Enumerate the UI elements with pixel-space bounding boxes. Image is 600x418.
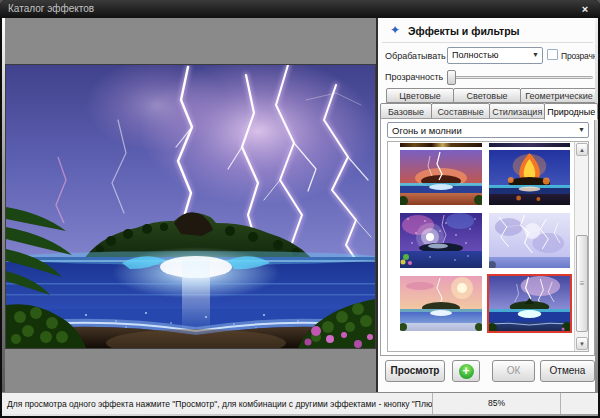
effects-groupbox: Огонь и молнии ▼: [380, 118, 595, 356]
effect-thumbnail-white-lightning-storm[interactable]: [489, 213, 570, 268]
tab-row-1: Цветовые Световые Геометрические: [386, 88, 597, 103]
plus-icon: +: [459, 364, 474, 379]
transparency-checkbox[interactable]: [547, 49, 558, 60]
partial-thumbnail[interactable]: [400, 143, 482, 147]
status-spacer: [561, 393, 598, 414]
category-dropdown[interactable]: Огонь и молнии ▼: [387, 122, 589, 138]
transparency-slider-thumb[interactable]: [447, 70, 456, 85]
cancel-button[interactable]: Отмена: [540, 360, 595, 382]
partial-thumbnail[interactable]: [489, 143, 570, 147]
preview-image: [6, 65, 375, 348]
cosmic-moon-island-art: [400, 213, 482, 268]
effects-thumbnail-list: ▲ ≡ ▼: [387, 141, 589, 352]
window-title: Каталог эффектов: [8, 3, 94, 14]
transparency-slider-label: Прозрачность: [385, 72, 443, 82]
tab-nature[interactable]: Природные: [544, 103, 598, 120]
chevron-down-icon: ▼: [578, 126, 585, 133]
header-separator: [382, 42, 593, 43]
effect-thumbnail-sunset-lightning-island[interactable]: [400, 276, 482, 331]
process-label: Обрабатывать: [385, 51, 446, 61]
preview-button[interactable]: Просмотр: [385, 360, 445, 382]
effect-thumbnail-cosmic-moon-island[interactable]: [400, 213, 482, 268]
effect-thumbnail-blue-lightning-island-selected[interactable]: [489, 276, 570, 331]
effect-thumbnail-burning-island[interactable]: [489, 150, 570, 205]
sparkle-icon: ✦: [390, 23, 400, 37]
zoom-level: 85%: [433, 393, 561, 414]
white-lightning-storm-art: [489, 213, 570, 268]
preview-canvas: [2, 18, 376, 392]
tab-light[interactable]: Световые: [453, 88, 521, 103]
tab-color[interactable]: Цветовые: [386, 88, 454, 103]
effect-thumbnail-red-lightning-island[interactable]: [400, 150, 482, 205]
bottom-bevel: [2, 414, 598, 416]
burning-island-art: [489, 150, 570, 205]
process-dropdown-value: Полностью: [452, 50, 499, 60]
scroll-up-icon[interactable]: ▲: [576, 143, 588, 156]
status-message-section: Для просмотра одного эффекта нажмите "Пр…: [2, 393, 433, 414]
close-icon[interactable]: ×: [578, 2, 592, 16]
effects-panel: ✦ Эффекты и фильтры Обрабатывать Полност…: [376, 18, 595, 392]
scrollbar-thumb[interactable]: ≡: [576, 235, 588, 332]
category-dropdown-value: Огонь и молнии: [392, 125, 462, 136]
status-bar: Для просмотра одного эффекта нажмите "Пр…: [2, 392, 598, 414]
sunset-lightning-island-art: [400, 276, 482, 331]
scroll-down-icon[interactable]: ▼: [576, 337, 588, 350]
red-lightning-island-art: [400, 150, 482, 205]
status-message: Для просмотра одного эффекта нажмите "Пр…: [7, 399, 433, 409]
tab-geometric[interactable]: Геометрические: [520, 88, 598, 103]
process-dropdown[interactable]: Полностью ▼: [447, 47, 543, 64]
panel-title: Эффекты и фильтры: [408, 25, 520, 37]
chevron-down-icon: ▼: [532, 51, 539, 58]
lightning-island-artwork: [6, 65, 375, 348]
right-bevel: [595, 18, 598, 414]
effects-catalog-dialog: Каталог эффектов ×: [0, 0, 600, 418]
list-scrollbar[interactable]: ▲ ≡ ▼: [574, 142, 588, 351]
left-bevel: [2, 18, 5, 392]
title-bar[interactable]: Каталог эффектов ×: [0, 0, 600, 18]
ok-button[interactable]: ОК: [492, 360, 535, 382]
add-effect-button[interactable]: +: [452, 360, 480, 382]
transparency-slider-track[interactable]: [447, 76, 593, 79]
blue-lightning-island-art: [489, 276, 570, 331]
